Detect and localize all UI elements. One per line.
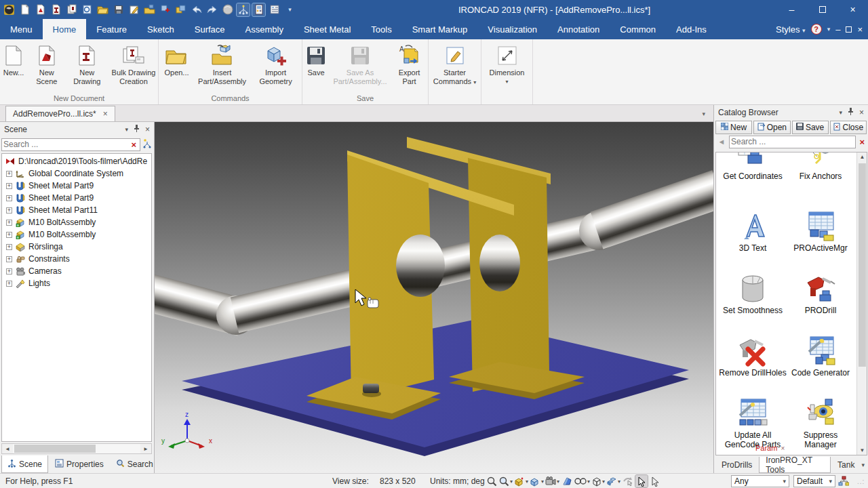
selection-filter-dropdown[interactable]: Any▾ [731,475,789,487]
expander-icon[interactable]: + [6,232,12,238]
param-tab[interactable]: Param × [755,444,785,452]
tree-item-gcs[interactable]: + Global Coordinate System [2,167,151,180]
expander-icon[interactable]: + [6,207,12,214]
pan-history-icon[interactable] [622,475,634,487]
catalog-scroll-up-icon[interactable]: ▲ [857,154,867,160]
insert-part-icon[interactable] [143,3,156,16]
tree-item-constraints[interactable]: + Constraints [2,253,151,265]
projection-mode-button[interactable]: ▾ [591,475,605,487]
scene-tree-hscrollbar[interactable]: ◄ ► [1,443,152,454]
toolbar-options-caret-icon[interactable]: ▾ [283,3,296,16]
catalog-item-proactivemgr[interactable]: PROActiveMgr [787,211,854,253]
configuration-dropdown[interactable]: Default▾ [793,475,835,487]
undo-icon[interactable] [190,3,203,16]
import-geometry-icon[interactable] [159,3,172,16]
catalog-item-fix-anchors[interactable]: Fix Anchors [787,152,854,181]
tree-item-sheet-metal-part9b[interactable]: + Sheet Metal Part9 [2,192,151,204]
scene-filter-icon[interactable] [142,138,153,151]
catalog-item-get-coordinates[interactable]: Get Coordinates [719,152,787,181]
tree-item-m10-boltassembly2[interactable]: + a M10 BoltAssembly [2,228,151,241]
select-alt-tool-button[interactable] [649,475,661,487]
catalog-search-input[interactable] [731,137,854,146]
scroll-left-icon[interactable]: ◄ [2,446,13,452]
open-icon[interactable] [96,3,109,16]
app-logo-icon[interactable] [3,3,16,16]
catalog-tab-prodrills[interactable]: ProDrills [715,457,758,473]
catalog-open-button[interactable]: Open [753,121,790,134]
tab-add-ins[interactable]: Add-Ins [666,19,717,39]
part-pipe-right[interactable] [591,170,713,249]
catalog-scrollbar[interactable]: ▲ ▼ [856,152,867,455]
catalog-close-icon[interactable]: × [859,108,864,117]
new-icon[interactable] [18,3,31,16]
catalog-item-set-smoothness[interactable]: Set Smoothness [719,273,787,315]
part-bolt[interactable] [363,384,379,393]
styles-menu[interactable]: Styles ▾ [776,24,806,35]
new-drawing-icon[interactable] [50,3,62,16]
tab-menu[interactable]: Menu [0,19,43,39]
panel-tab-scene[interactable]: Scene [1,455,48,473]
redo-icon[interactable] [205,3,218,16]
expander-icon[interactable]: + [6,268,12,274]
tree-item-root[interactable]: D:\Ironcad\2019\Tools-filmer\AddRe [2,155,151,167]
structure-view-icon[interactable] [838,476,849,488]
tree-item-lights[interactable]: + Lights [2,277,151,289]
document-tab[interactable]: AddRemovePro...ll.ics* × [5,106,115,121]
doc-restore-button[interactable] [846,26,852,33]
tree-item-m10-boltassembly[interactable]: + a M10 BoltAssembly [2,216,151,228]
catalog-save-button[interactable]: Save [792,121,829,134]
tree-item-sheet-metal-part11[interactable]: + Sheet Metal Part11 [2,204,151,216]
expander-icon[interactable]: + [6,281,12,287]
scene-search-input[interactable] [3,140,129,149]
tab-sheet-metal[interactable]: Sheet Metal [294,19,361,39]
tab-visualization[interactable]: Visualization [477,19,547,39]
catalog-browser-toggle-icon[interactable] [252,3,265,16]
doc-close-button[interactable]: × [857,24,863,35]
expander-icon[interactable]: + [6,244,12,250]
help-icon[interactable]: ? [811,24,822,35]
minimize-button[interactable]: – [776,0,807,19]
catalog-tab-ironpro-xt-tools[interactable]: IronPRO_XT Tools [759,457,831,473]
tab-assembly[interactable]: Assembly [235,19,294,39]
catalog-item-remove-drillholes[interactable]: Remove DrillHoles [719,336,787,378]
tab-feature[interactable]: Feature [86,19,137,39]
help-caret-icon[interactable]: ▾ [827,26,831,33]
catalog-item-suppress-manager[interactable]: Suppress Manager [787,398,854,449]
tree-item-sheet-metal-part9[interactable]: + Sheet Metal Part9 [2,180,151,192]
tab-common[interactable]: Common [610,19,666,39]
tab-tools[interactable]: Tools [361,19,401,39]
tab-annotation[interactable]: Annotation [547,19,610,39]
catalog-new-button[interactable]: New [715,121,752,134]
catalog-search-clear-icon[interactable]: × [857,137,867,147]
properties-panel-icon[interactable] [268,3,281,16]
catalog-item-update-gencode[interactable]: Update All GenCode Parts [719,398,787,449]
scene-search-clear-icon[interactable]: × [129,140,138,150]
expander-icon[interactable]: + [6,171,12,177]
expander-icon[interactable]: + [6,256,12,262]
catalog-item-3d-text[interactable]: 3D Text [719,211,787,253]
catalog-item-code-generator[interactable]: Code Generator [787,336,854,378]
document-tab-close-icon[interactable]: × [103,109,108,119]
catalog-pin-icon[interactable] [848,108,854,117]
new-scene-icon[interactable] [34,3,47,16]
scene-panel-caret-icon[interactable]: ▾ [125,126,128,133]
zoom-options-button[interactable]: ▾ [499,475,513,487]
tab-sketch[interactable]: Sketch [137,19,184,39]
catalog-tab-tank[interactable]: Tank [831,457,861,473]
tree-item-cameras[interactable]: + Cameras [2,265,151,277]
new-assembly-button[interactable]: ▾ [530,475,544,487]
zoom-window-icon[interactable] [486,475,498,487]
hscroll-thumb[interactable] [14,445,96,453]
catalog-scroll-down-icon[interactable]: ▼ [857,447,867,453]
tab-list-caret-icon[interactable]: ▾ [702,110,705,117]
doc-minimize-button[interactable]: – [835,24,840,35]
select-tool-button[interactable] [635,475,648,487]
tree-item-rorslinga[interactable]: + Rörslinga [2,241,151,253]
catalog-close-cat-button[interactable]: Close [830,121,867,134]
panel-tab-search[interactable]: Search [111,455,159,473]
catalog-item-prodrill[interactable]: PRODrill [787,273,854,315]
starter-commands-button[interactable]: Starter Commands ▾ [431,43,479,104]
expander-icon[interactable]: + [6,220,12,226]
render-mode-icon[interactable] [561,475,573,487]
link-document-icon[interactable] [81,3,94,16]
